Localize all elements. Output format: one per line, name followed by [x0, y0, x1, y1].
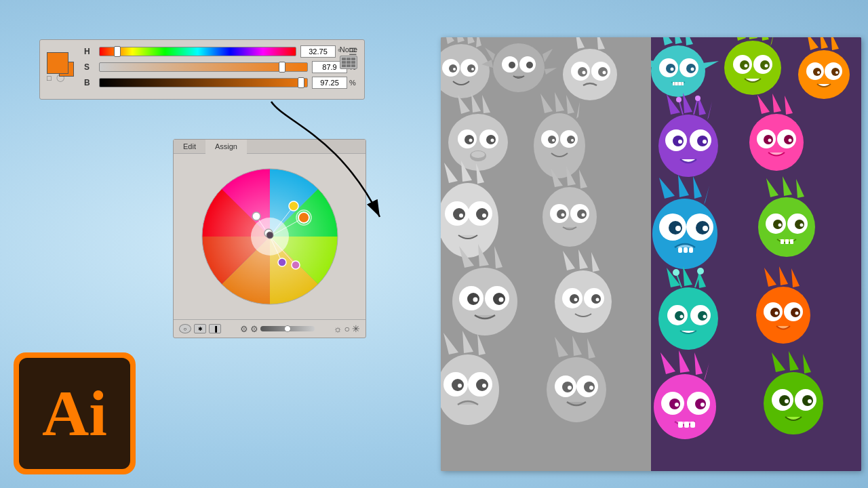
svg-point-30 [471, 68, 474, 70]
sun-icon[interactable]: ☼ [334, 323, 342, 334]
s-slider-thumb[interactable] [279, 62, 285, 73]
monsters-right-svg [651, 37, 861, 471]
svg-point-149 [724, 41, 781, 95]
s-label: S [84, 62, 94, 72]
b-label: B [84, 78, 94, 87]
gear-icon[interactable]: ⚙ [240, 324, 248, 334]
ai-logo-inner: Ai [19, 358, 130, 469]
svg-rect-259 [690, 422, 695, 428]
svg-point-180 [703, 140, 707, 144]
svg-point-130 [568, 386, 572, 390]
svg-point-244 [775, 312, 778, 315]
ai-logo-text: Ai [42, 381, 107, 446]
svg-point-58 [491, 139, 494, 142]
tab-edit[interactable]: Edit [174, 140, 205, 153]
h-slider-track[interactable] [99, 47, 296, 56]
svg-point-29 [453, 68, 456, 70]
svg-rect-206 [678, 247, 682, 253]
svg-point-179 [678, 140, 682, 144]
svg-point-10 [298, 212, 309, 223]
svg-point-91 [582, 214, 585, 217]
svg-point-144 [691, 68, 694, 71]
circle-icon-btn[interactable]: ○ [179, 324, 191, 333]
h-value-input[interactable]: 32.75 [300, 45, 336, 58]
svg-point-131 [589, 386, 593, 390]
svg-point-15 [278, 258, 286, 266]
svg-point-169 [835, 71, 838, 74]
svg-point-231 [703, 315, 707, 319]
svg-rect-220 [785, 239, 789, 244]
svg-rect-207 [684, 247, 688, 253]
svg-point-27 [449, 64, 457, 73]
harmony-slider-thumb[interactable] [284, 325, 291, 332]
harmony-body [174, 154, 366, 319]
tab-assign[interactable]: Assign [205, 140, 247, 154]
svg-point-217 [778, 224, 782, 227]
main-color-swatch[interactable] [47, 52, 68, 74]
svg-point-80 [459, 214, 463, 218]
b-slider-track[interactable] [99, 78, 308, 87]
svg-point-57 [469, 139, 473, 142]
svg-point-120 [458, 384, 462, 388]
svg-point-111 [596, 298, 599, 302]
svg-point-269 [808, 399, 812, 403]
circle-icon[interactable]: ○ [344, 323, 350, 334]
monsters-left-svg [441, 37, 651, 471]
svg-point-39 [526, 62, 533, 68]
svg-point-218 [800, 224, 804, 227]
svg-point-245 [795, 312, 799, 315]
harmony-brightness-slider[interactable] [260, 326, 315, 331]
svg-point-71 [571, 139, 574, 142]
svg-point-28 [467, 64, 475, 73]
b-value-input[interactable]: 97.25 [312, 77, 347, 89]
svg-point-230 [680, 315, 684, 319]
b-unit: % [349, 79, 357, 87]
svg-point-38 [509, 62, 515, 68]
color-wheel[interactable] [195, 162, 344, 311]
svg-point-160 [798, 50, 850, 99]
svg-rect-221 [790, 239, 793, 244]
s-slider-track[interactable] [99, 62, 308, 72]
svg-point-167 [831, 68, 840, 76]
h-slider-thumb[interactable] [114, 46, 121, 57]
svg-point-204 [675, 226, 681, 231]
svg-point-143 [671, 68, 674, 71]
grid-icon[interactable] [340, 56, 357, 69]
monsters-right-panel [651, 37, 861, 471]
svg-point-70 [552, 139, 555, 142]
svg-point-14 [292, 261, 300, 269]
footer-right: ☼ ○ ✳ [334, 323, 360, 334]
svg-point-31 [493, 43, 545, 92]
svg-point-184 [695, 96, 701, 101]
svg-point-194 [789, 139, 792, 142]
svg-point-166 [813, 68, 821, 76]
svg-point-60 [471, 151, 485, 158]
svg-point-61 [534, 113, 585, 178]
svg-point-110 [574, 298, 578, 302]
cube-icon[interactable]: □ [47, 74, 52, 82]
svg-point-49 [448, 114, 508, 171]
svg-point-16 [267, 232, 273, 239]
harmony-tabs: Edit Assign [174, 140, 366, 154]
svg-point-205 [703, 226, 708, 231]
harmony-panel: Edit Assign [173, 139, 366, 338]
svg-point-11 [289, 201, 298, 211]
svg-point-193 [768, 139, 772, 142]
svg-point-79 [476, 208, 488, 220]
harmony-slider-area: ⚙ ⚙ [240, 324, 315, 334]
asterisk-icon[interactable]: ✳ [352, 323, 360, 334]
svg-rect-219 [781, 239, 784, 244]
svg-point-12 [252, 212, 260, 220]
svg-rect-257 [678, 422, 683, 428]
monsters-panel [441, 37, 861, 471]
harmony-footer: ○ ✱ ▐ ⚙ ⚙ ☼ ○ ✳ [174, 319, 366, 338]
svg-point-47 [583, 71, 586, 75]
bars-icon-btn[interactable]: ▐ [209, 324, 221, 333]
star-icon-btn[interactable]: ✱ [194, 324, 206, 333]
svg-point-168 [817, 71, 820, 74]
svg-point-121 [482, 384, 486, 388]
svg-point-90 [561, 214, 565, 217]
svg-rect-258 [684, 422, 689, 428]
gear2-icon[interactable]: ⚙ [250, 324, 258, 334]
b-slider-thumb[interactable] [298, 77, 304, 88]
